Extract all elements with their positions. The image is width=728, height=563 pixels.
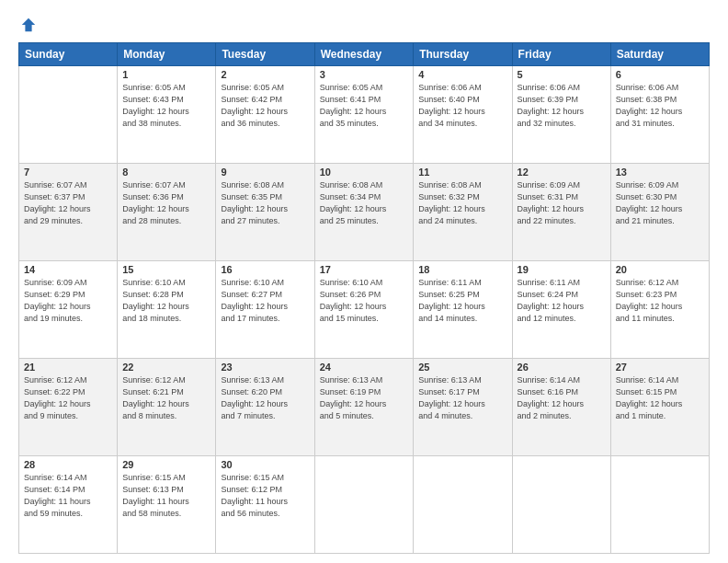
calendar-cell bbox=[512, 456, 610, 554]
day-number: 14 bbox=[24, 264, 112, 275]
calendar-cell: 18Sunrise: 6:11 AM Sunset: 6:25 PM Dayli… bbox=[414, 261, 512, 359]
day-info: Sunrise: 6:05 AM Sunset: 6:41 PM Dayligh… bbox=[320, 82, 409, 130]
calendar-cell bbox=[414, 456, 512, 554]
calendar-cell: 13Sunrise: 6:09 AM Sunset: 6:30 PM Dayli… bbox=[610, 164, 709, 261]
day-info: Sunrise: 6:11 AM Sunset: 6:24 PM Dayligh… bbox=[518, 277, 606, 325]
day-number: 22 bbox=[122, 362, 210, 373]
day-info: Sunrise: 6:10 AM Sunset: 6:26 PM Dayligh… bbox=[320, 277, 409, 325]
logo bbox=[18, 17, 37, 33]
calendar-cell: 9Sunrise: 6:08 AM Sunset: 6:35 PM Daylig… bbox=[216, 164, 314, 261]
week-row-4: 21Sunrise: 6:12 AM Sunset: 6:22 PM Dayli… bbox=[19, 359, 710, 456]
calendar: SundayMondayTuesdayWednesdayThursdayFrid… bbox=[18, 42, 710, 554]
logo-icon bbox=[20, 17, 37, 33]
day-info: Sunrise: 6:09 AM Sunset: 6:30 PM Dayligh… bbox=[616, 179, 704, 227]
day-info: Sunrise: 6:08 AM Sunset: 6:35 PM Dayligh… bbox=[221, 179, 309, 227]
day-number: 29 bbox=[122, 459, 210, 470]
column-header-tuesday: Tuesday bbox=[216, 43, 314, 66]
header bbox=[18, 17, 710, 33]
day-info: Sunrise: 6:07 AM Sunset: 6:36 PM Dayligh… bbox=[122, 179, 210, 227]
day-info: Sunrise: 6:15 AM Sunset: 6:12 PM Dayligh… bbox=[221, 472, 309, 520]
day-info: Sunrise: 6:08 AM Sunset: 6:32 PM Dayligh… bbox=[418, 179, 506, 227]
day-info: Sunrise: 6:10 AM Sunset: 6:27 PM Dayligh… bbox=[221, 277, 309, 325]
calendar-cell: 21Sunrise: 6:12 AM Sunset: 6:22 PM Dayli… bbox=[19, 359, 118, 456]
day-info: Sunrise: 6:06 AM Sunset: 6:38 PM Dayligh… bbox=[616, 82, 704, 130]
day-info: Sunrise: 6:14 AM Sunset: 6:16 PM Dayligh… bbox=[518, 374, 606, 422]
week-row-3: 14Sunrise: 6:09 AM Sunset: 6:29 PM Dayli… bbox=[19, 261, 710, 359]
day-number: 6 bbox=[616, 69, 704, 80]
day-info: Sunrise: 6:06 AM Sunset: 6:40 PM Dayligh… bbox=[418, 82, 506, 130]
calendar-cell: 2Sunrise: 6:05 AM Sunset: 6:42 PM Daylig… bbox=[216, 66, 314, 164]
calendar-cell: 14Sunrise: 6:09 AM Sunset: 6:29 PM Dayli… bbox=[19, 261, 118, 359]
calendar-cell: 10Sunrise: 6:08 AM Sunset: 6:34 PM Dayli… bbox=[314, 164, 414, 261]
day-info: Sunrise: 6:09 AM Sunset: 6:31 PM Dayligh… bbox=[518, 179, 606, 227]
column-header-wednesday: Wednesday bbox=[314, 43, 414, 66]
column-header-thursday: Thursday bbox=[414, 43, 512, 66]
calendar-cell: 11Sunrise: 6:08 AM Sunset: 6:32 PM Dayli… bbox=[414, 164, 512, 261]
day-info: Sunrise: 6:06 AM Sunset: 6:39 PM Dayligh… bbox=[518, 82, 606, 130]
day-number: 7 bbox=[24, 167, 112, 178]
column-header-friday: Friday bbox=[512, 43, 610, 66]
day-number: 20 bbox=[616, 264, 704, 275]
day-number: 15 bbox=[122, 264, 210, 275]
calendar-cell: 5Sunrise: 6:06 AM Sunset: 6:39 PM Daylig… bbox=[512, 66, 610, 164]
svg-marker-0 bbox=[22, 18, 35, 31]
calendar-cell bbox=[19, 66, 118, 164]
calendar-cell: 23Sunrise: 6:13 AM Sunset: 6:20 PM Dayli… bbox=[216, 359, 314, 456]
day-info: Sunrise: 6:05 AM Sunset: 6:43 PM Dayligh… bbox=[122, 82, 210, 130]
page: SundayMondayTuesdayWednesdayThursdayFrid… bbox=[0, 0, 728, 563]
day-info: Sunrise: 6:14 AM Sunset: 6:15 PM Dayligh… bbox=[616, 374, 704, 422]
week-row-1: 1Sunrise: 6:05 AM Sunset: 6:43 PM Daylig… bbox=[19, 66, 710, 164]
day-number: 12 bbox=[518, 167, 606, 178]
calendar-cell: 16Sunrise: 6:10 AM Sunset: 6:27 PM Dayli… bbox=[216, 261, 314, 359]
day-number: 18 bbox=[418, 264, 506, 275]
day-number: 1 bbox=[122, 69, 210, 80]
day-number: 8 bbox=[122, 167, 210, 178]
day-number: 13 bbox=[616, 167, 704, 178]
day-number: 9 bbox=[221, 167, 309, 178]
calendar-cell: 15Sunrise: 6:10 AM Sunset: 6:28 PM Dayli… bbox=[118, 261, 216, 359]
day-info: Sunrise: 6:10 AM Sunset: 6:28 PM Dayligh… bbox=[122, 277, 210, 325]
day-info: Sunrise: 6:12 AM Sunset: 6:22 PM Dayligh… bbox=[24, 374, 112, 422]
calendar-cell: 24Sunrise: 6:13 AM Sunset: 6:19 PM Dayli… bbox=[314, 359, 414, 456]
calendar-cell: 29Sunrise: 6:15 AM Sunset: 6:13 PM Dayli… bbox=[118, 456, 216, 554]
column-header-saturday: Saturday bbox=[610, 43, 709, 66]
calendar-cell: 28Sunrise: 6:14 AM Sunset: 6:14 PM Dayli… bbox=[19, 456, 118, 554]
calendar-cell: 1Sunrise: 6:05 AM Sunset: 6:43 PM Daylig… bbox=[118, 66, 216, 164]
column-header-monday: Monday bbox=[118, 43, 216, 66]
day-info: Sunrise: 6:12 AM Sunset: 6:21 PM Dayligh… bbox=[122, 374, 210, 422]
day-number: 10 bbox=[320, 167, 409, 178]
day-info: Sunrise: 6:08 AM Sunset: 6:34 PM Dayligh… bbox=[320, 179, 409, 227]
calendar-cell: 7Sunrise: 6:07 AM Sunset: 6:37 PM Daylig… bbox=[19, 164, 118, 261]
calendar-cell: 6Sunrise: 6:06 AM Sunset: 6:38 PM Daylig… bbox=[610, 66, 709, 164]
day-info: Sunrise: 6:07 AM Sunset: 6:37 PM Dayligh… bbox=[24, 179, 112, 227]
day-number: 2 bbox=[221, 69, 309, 80]
day-info: Sunrise: 6:12 AM Sunset: 6:23 PM Dayligh… bbox=[616, 277, 704, 325]
day-number: 16 bbox=[221, 264, 309, 275]
day-info: Sunrise: 6:13 AM Sunset: 6:20 PM Dayligh… bbox=[221, 374, 309, 422]
calendar-cell: 17Sunrise: 6:10 AM Sunset: 6:26 PM Dayli… bbox=[314, 261, 414, 359]
calendar-cell bbox=[610, 456, 709, 554]
day-info: Sunrise: 6:14 AM Sunset: 6:14 PM Dayligh… bbox=[24, 472, 112, 520]
calendar-cell: 3Sunrise: 6:05 AM Sunset: 6:41 PM Daylig… bbox=[314, 66, 414, 164]
calendar-cell: 27Sunrise: 6:14 AM Sunset: 6:15 PM Dayli… bbox=[610, 359, 709, 456]
day-info: Sunrise: 6:05 AM Sunset: 6:42 PM Dayligh… bbox=[221, 82, 309, 130]
day-number: 30 bbox=[221, 459, 309, 470]
day-number: 23 bbox=[221, 362, 309, 373]
day-info: Sunrise: 6:15 AM Sunset: 6:13 PM Dayligh… bbox=[122, 472, 210, 520]
calendar-cell bbox=[314, 456, 414, 554]
day-number: 5 bbox=[518, 69, 606, 80]
day-info: Sunrise: 6:13 AM Sunset: 6:19 PM Dayligh… bbox=[320, 374, 409, 422]
day-info: Sunrise: 6:09 AM Sunset: 6:29 PM Dayligh… bbox=[24, 277, 112, 325]
day-number: 19 bbox=[518, 264, 606, 275]
day-number: 27 bbox=[616, 362, 704, 373]
calendar-cell: 8Sunrise: 6:07 AM Sunset: 6:36 PM Daylig… bbox=[118, 164, 216, 261]
day-number: 3 bbox=[320, 69, 409, 80]
calendar-cell: 25Sunrise: 6:13 AM Sunset: 6:17 PM Dayli… bbox=[414, 359, 512, 456]
calendar-cell: 26Sunrise: 6:14 AM Sunset: 6:16 PM Dayli… bbox=[512, 359, 610, 456]
day-number: 25 bbox=[418, 362, 506, 373]
day-number: 17 bbox=[320, 264, 409, 275]
day-info: Sunrise: 6:13 AM Sunset: 6:17 PM Dayligh… bbox=[418, 374, 506, 422]
calendar-cell: 12Sunrise: 6:09 AM Sunset: 6:31 PM Dayli… bbox=[512, 164, 610, 261]
day-number: 26 bbox=[518, 362, 606, 373]
day-number: 11 bbox=[418, 167, 506, 178]
